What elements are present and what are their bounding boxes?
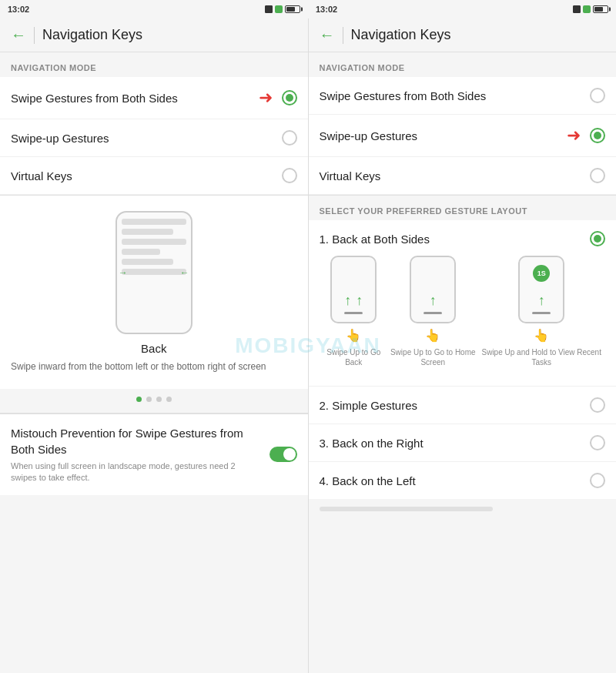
right-scroll-indicator <box>320 507 494 511</box>
left-radio-1[interactable] <box>282 130 297 146</box>
left-app-bar: ← Navigation Keys <box>0 18 308 52</box>
status-bar-left: 13:02 <box>0 0 308 18</box>
status-bar-right: 13:02 <box>308 0 616 18</box>
gesture-option-3-label: 4. Back on the Left <box>320 474 416 487</box>
left-section-header: NAVIGATION MODE <box>0 52 308 77</box>
gesture-line-0a <box>344 312 363 314</box>
time-right: 13:02 <box>316 5 337 14</box>
gesture-layout-1: 1. Back at Both Sides ↑ ↑ <box>309 220 617 386</box>
gesture-option-2-radio[interactable] <box>590 435 605 450</box>
right-red-arrow-1: ➜ <box>567 126 581 146</box>
mistouch-title: Mistouch Prevention for Swipe Gestures f… <box>11 425 262 457</box>
gesture-option-1[interactable]: 2. Simple Gestures <box>309 386 617 424</box>
gesture-line-1 <box>424 312 442 314</box>
battery-fill-left <box>286 7 295 12</box>
left-title: Navigation Keys <box>42 27 142 43</box>
signal-icon-left <box>265 5 273 13</box>
right-divider <box>343 27 343 44</box>
right-nav-option-1[interactable]: Swipe-up Gestures ➜ <box>309 115 617 157</box>
left-panel: ← Navigation Keys NAVIGATION MODE Swipe … <box>0 18 309 673</box>
gesture-option-2-label: 3. Back on the Right <box>320 437 424 450</box>
right-radio-2[interactable] <box>590 168 605 183</box>
left-nav-label-0: Swipe Gestures from Both Sides <box>11 92 178 105</box>
gesture-phone-0: ↑ ↑ <box>330 256 377 323</box>
signal-icon-right <box>573 5 581 13</box>
battery-icon-left <box>285 5 300 13</box>
mock-bar-2 <box>122 229 173 235</box>
left-mistouch: Mistouch Prevention for Swipe Gestures f… <box>0 414 308 495</box>
gesture-layout-1-row[interactable]: 1. Back at Both Sides <box>320 231 606 246</box>
mock-bar-4 <box>122 249 160 255</box>
right-title: Navigation Keys <box>351 27 451 43</box>
notif-icon-right <box>583 5 591 13</box>
left-phone-desc: Swipe inward from the bottom left or the… <box>11 355 297 381</box>
right-nav-label-2: Virtual Keys <box>320 169 381 182</box>
left-radio-2[interactable] <box>282 168 297 183</box>
panels-wrapper: MOBIGYAAN ← Navigation Keys NAVIGATION M… <box>0 18 616 673</box>
gesture-arrow-0a: ↑ <box>344 293 351 307</box>
phone-gestures-container: ↑ ↑ 👆 Swipe Up to Go Back ↑ <box>320 256 606 375</box>
dot-3 <box>166 397 172 402</box>
left-back-button[interactable]: ← <box>11 26 26 44</box>
gesture-layout-header: SELECT YOUR PREFERRED GESTURE LAYOUT <box>309 196 617 220</box>
gesture-option-3-radio[interactable] <box>590 473 605 488</box>
right-nav-label-1: Swipe-up Gestures <box>320 129 418 142</box>
left-phone-illustration: → ← Back Swipe inward from the bottom le… <box>0 196 308 389</box>
gesture-option-1-label: 2. Simple Gestures <box>320 399 418 412</box>
left-swipe-arrow: → <box>119 267 128 278</box>
mistouch-text: Mistouch Prevention for Swipe Gestures f… <box>11 425 262 484</box>
status-icons-right <box>573 5 608 13</box>
gesture-label-2: Swipe Up and Hold to View Recent Tasks <box>480 347 602 367</box>
dot-0 <box>136 397 142 402</box>
left-nav-option-2[interactable]: Virtual Keys <box>0 157 308 195</box>
left-phone-label: Back <box>141 342 166 355</box>
dot-1 <box>146 397 152 402</box>
left-phone-mockup: → ← <box>116 211 192 334</box>
gesture-arrow-1a: ↑ <box>430 293 437 307</box>
gesture-option-1-radio[interactable] <box>590 397 605 413</box>
notif-icon-left <box>275 5 283 13</box>
right-nav-option-2[interactable]: Virtual Keys <box>309 157 617 195</box>
gesture-layout-1-radio[interactable] <box>590 231 605 246</box>
gesture-label-1: Swipe Up to Go to Home Screen <box>385 347 480 367</box>
gesture-hand-2: 👆 <box>534 328 549 343</box>
mock-bar-3 <box>122 239 186 245</box>
right-radio-1[interactable] <box>590 128 605 143</box>
gesture-hand-1: 👆 <box>425 328 440 343</box>
left-radio-0[interactable] <box>282 90 297 105</box>
time-left: 13:02 <box>8 5 29 14</box>
gesture-phone-2: 1S ↑ <box>518 256 564 323</box>
gesture-option-2[interactable]: 3. Back on the Right <box>309 424 617 461</box>
right-swipe-arrow: ← <box>180 267 189 278</box>
gesture-item-2: 1S ↑ 👆 Swipe Up and Hold to View Recent … <box>480 256 602 367</box>
gesture-label-0: Swipe Up to Go Back <box>323 347 386 367</box>
battery-icon-right <box>593 5 608 13</box>
dot-2 <box>156 397 162 402</box>
right-nav-label-0: Swipe Gestures from Both Sides <box>320 89 487 102</box>
left-nav-label-2: Virtual Keys <box>11 169 72 182</box>
left-nav-option-1[interactable]: Swipe-up Gestures <box>0 119 308 157</box>
status-bar: 13:02 13:02 <box>0 0 616 18</box>
left-nav-label-1: Swipe-up Gestures <box>11 132 109 145</box>
left-dots <box>0 389 308 413</box>
gesture-line-2 <box>532 312 551 314</box>
mock-bar-1 <box>122 219 186 225</box>
mistouch-desc: When using full screen in landscape mode… <box>11 460 262 484</box>
gesture-item-0: ↑ ↑ 👆 Swipe Up to Go Back <box>323 256 386 367</box>
left-red-arrow-0: ➜ <box>259 88 273 108</box>
left-content: NAVIGATION MODE Swipe Gestures from Both… <box>0 52 308 673</box>
right-back-button[interactable]: ← <box>320 26 335 44</box>
right-section-header: NAVIGATION MODE <box>309 52 617 77</box>
gesture-layout-1-label: 1. Back at Both Sides <box>320 233 430 246</box>
right-app-bar: ← Navigation Keys <box>309 18 617 52</box>
right-radio-0[interactable] <box>590 88 605 103</box>
mock-bar-5 <box>122 259 173 265</box>
right-panel: ← Navigation Keys NAVIGATION MODE Swipe … <box>309 18 617 673</box>
right-content: NAVIGATION MODE Swipe Gestures from Both… <box>309 52 617 673</box>
gesture-hand-0: 👆 <box>346 328 361 343</box>
gesture-phone-1: ↑ <box>410 256 456 323</box>
left-nav-option-0[interactable]: Swipe Gestures from Both Sides ➜ <box>0 77 308 119</box>
gesture-option-3[interactable]: 4. Back on the Left <box>309 461 617 499</box>
right-nav-option-0[interactable]: Swipe Gestures from Both Sides <box>309 77 617 115</box>
mistouch-toggle[interactable] <box>270 447 297 462</box>
